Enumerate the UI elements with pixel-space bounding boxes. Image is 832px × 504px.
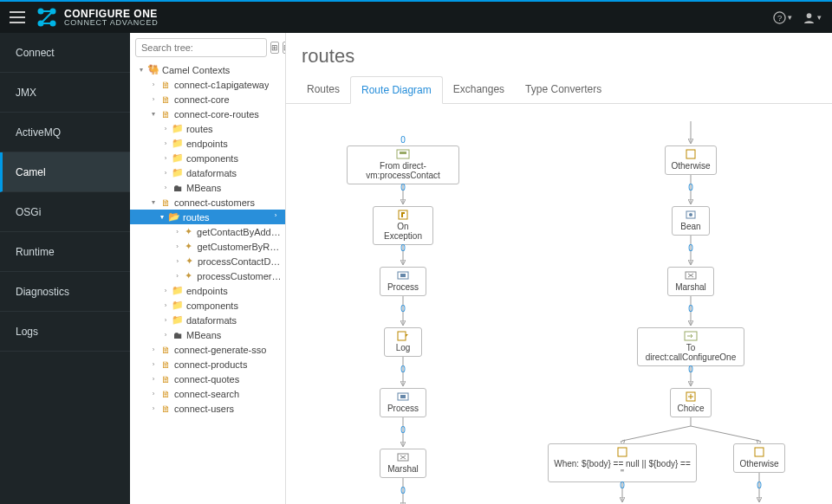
sidebar-item-label: JMX xyxy=(16,87,36,99)
route-diagram[interactable]: 0 From direct-vm:processContact 0 On Exc… xyxy=(286,121,832,504)
tab-type-converters[interactable]: Type Converters xyxy=(515,76,612,103)
node-process[interactable]: Process xyxy=(380,267,426,296)
sidebar-item-logs[interactable]: Logs xyxy=(0,312,130,352)
tree-label: getCustomerByRef… xyxy=(198,242,282,252)
tree-label: routes xyxy=(186,124,213,134)
tree-node-context[interactable]: ›🗎connect-products xyxy=(133,357,282,372)
tree-node-route-item[interactable]: ›✦getContactByAddre… xyxy=(133,224,282,239)
tree-node-context[interactable]: ▾🗎connect-customers xyxy=(133,195,282,210)
sidebar-item-label: Camel xyxy=(16,166,46,178)
help-menu[interactable]: ? ▾ xyxy=(773,11,792,24)
tree-node-route-item[interactable]: ›✦processCustomerD… xyxy=(133,268,282,283)
process-icon xyxy=(396,391,410,402)
node-bean[interactable]: Bean xyxy=(672,206,710,236)
marshal-icon xyxy=(684,270,698,281)
node-label: Log xyxy=(396,343,411,352)
chevron-right-icon: › xyxy=(173,272,181,280)
user-menu[interactable]: ▾ xyxy=(803,11,822,24)
chevron-right-icon: › xyxy=(149,81,158,88)
node-marshal[interactable]: Marshal xyxy=(667,267,714,296)
tree-label: processContactDir… xyxy=(198,256,282,267)
search-input[interactable] xyxy=(135,38,267,57)
edge-count: 0 xyxy=(400,425,406,435)
menu-toggle[interactable] xyxy=(0,1,35,34)
marshal-icon xyxy=(396,452,410,462)
sidebar-item-runtime[interactable]: Runtime xyxy=(0,232,130,272)
node-label: When: ${body} == null || ${body} == '' xyxy=(554,459,691,478)
tree-node-mbeans[interactable]: ›🖿MBeans xyxy=(133,180,282,195)
otherwise-icon xyxy=(752,447,766,457)
sidebar-item-label: Diagnostics xyxy=(16,286,69,298)
node-log[interactable]: Log xyxy=(384,327,422,357)
chevron-right-icon: › xyxy=(161,184,170,191)
node-when[interactable]: When: ${body} == null || ${body} == '' xyxy=(548,443,697,482)
sidebar-item-jmx[interactable]: JMX xyxy=(0,73,130,113)
tree-node-endpoints[interactable]: ›📁endpoints xyxy=(133,283,282,298)
node-choice[interactable]: Choice xyxy=(670,388,712,417)
tree-node-context[interactable]: ›🗎connect-users xyxy=(133,401,282,416)
node-label: Process xyxy=(387,282,419,292)
tree-label: connect-core-routes xyxy=(174,109,259,120)
tree-node-route-item[interactable]: ›✦getCustomerByRef… xyxy=(133,239,282,254)
chevron-right-icon: › xyxy=(173,257,182,265)
tree-node-components[interactable]: ›📁components xyxy=(133,298,282,313)
node-label: Bean xyxy=(680,222,700,231)
node-otherwise[interactable]: Otherwise xyxy=(733,443,785,473)
sidebar-item-label: Connect xyxy=(16,47,55,59)
tree-panel: ⊞ ⊟ ▾🐫Camel Contexts ›🗎connect-c1apigate… xyxy=(130,33,286,504)
tree-label: components xyxy=(186,153,238,164)
page-icon: 🗎 xyxy=(159,389,172,399)
tab-label: Route Diagram xyxy=(361,84,432,96)
sidebar-item-diagnostics[interactable]: Diagnostics xyxy=(0,272,130,312)
tree-node-context[interactable]: ›🗎connect-quotes xyxy=(133,372,282,386)
tree-node-context[interactable]: ›🗎connect-generate-sso xyxy=(133,342,282,357)
mbean-icon: 🖿 xyxy=(172,330,184,340)
node-to[interactable]: To direct:callConfigureOne xyxy=(637,327,744,366)
chevron-right-icon: › xyxy=(161,154,170,162)
tree-label: Camel Contexts xyxy=(162,65,230,75)
node-onexception[interactable]: On Exception xyxy=(373,206,433,245)
choice-icon xyxy=(684,391,698,402)
tree-label: connect-quotes xyxy=(174,374,239,384)
tree-node-routes[interactable]: ▾📂routes› xyxy=(130,210,285,224)
tree-node-dataformats[interactable]: ›📁dataformats xyxy=(133,165,282,180)
sidebar-item-label: Logs xyxy=(16,326,38,338)
user-icon xyxy=(803,11,816,24)
sidebar-item-connect[interactable]: Connect xyxy=(0,33,130,73)
chevron-right-icon: › xyxy=(161,125,170,132)
tree-node-routes[interactable]: ›📁routes xyxy=(133,121,282,136)
tree-node-components[interactable]: ›📁components xyxy=(133,151,282,165)
tree-node-dataformats[interactable]: ›📁dataformats xyxy=(133,313,282,327)
node-marshal[interactable]: Marshal xyxy=(380,449,426,478)
node-process[interactable]: Process xyxy=(380,388,426,417)
tab-routes[interactable]: Routes xyxy=(296,76,350,103)
edge-count: 0 xyxy=(400,365,406,374)
onexception-icon xyxy=(396,210,410,220)
tree-node-context[interactable]: ›🗎connect-core xyxy=(133,92,282,107)
node-from[interactable]: From direct-vm:processContact xyxy=(347,145,459,184)
node-otherwise[interactable]: Otherwise xyxy=(665,145,717,175)
from-icon xyxy=(396,149,410,159)
node-label: From direct-vm:processContact xyxy=(366,161,440,180)
tab-route-diagram[interactable]: Route Diagram xyxy=(350,76,443,104)
tab-exchanges[interactable]: Exchanges xyxy=(443,76,515,103)
sidebar-item-activemq[interactable]: ActiveMQ xyxy=(0,113,130,152)
tree-node-route-item[interactable]: ›✦processContactDir… xyxy=(133,254,282,268)
tree-node-root[interactable]: ▾🐫Camel Contexts xyxy=(133,62,282,77)
tree-node-context[interactable]: ›🗎connect-c1apigateway xyxy=(133,77,282,92)
edge-count: 0 xyxy=(688,304,693,313)
expand-all-button[interactable]: ⊞ xyxy=(270,42,279,54)
topbar: CONFIGURE ONE CONNECT ADVANCED ? ▾ ▾ xyxy=(0,0,832,33)
svg-point-32 xyxy=(689,213,692,216)
sidebar-item-osgi[interactable]: OSGi xyxy=(0,192,130,232)
chevron-right-icon: › xyxy=(161,301,170,309)
tree-label: connect-search xyxy=(174,389,239,399)
sidebar-item-camel[interactable]: Camel xyxy=(0,152,130,192)
log-icon xyxy=(396,331,410,341)
node-label: Marshal xyxy=(675,282,706,292)
tree-node-context[interactable]: ▾🗎connect-core-routes xyxy=(133,107,282,121)
tree-node-context[interactable]: ›🗎connect-search xyxy=(133,386,282,401)
tree-node-endpoints[interactable]: ›📁endpoints xyxy=(133,136,282,151)
sidebar-item-label: ActiveMQ xyxy=(16,126,61,139)
tree-node-mbeans[interactable]: ›🖿MBeans xyxy=(133,327,282,342)
